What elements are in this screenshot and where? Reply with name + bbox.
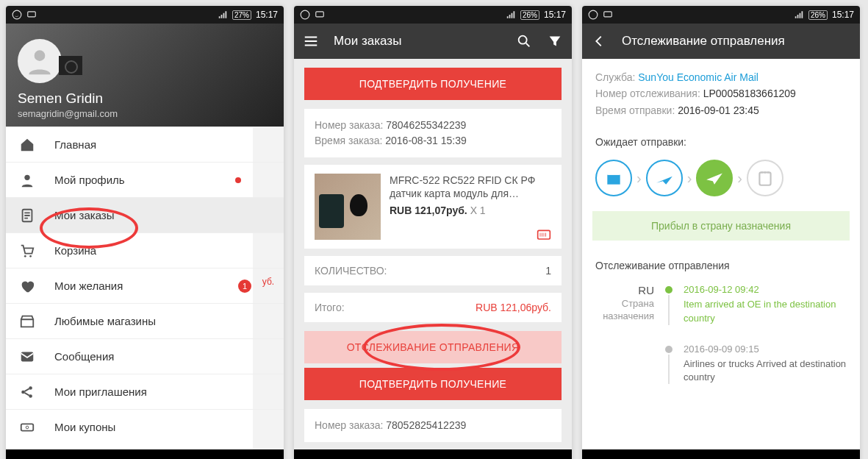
sidebar-item-label: Мои желания xyxy=(54,280,123,292)
chat-icon xyxy=(26,10,37,20)
order-time: 2016-08-31 15:39 xyxy=(385,135,467,146)
sidebar-item-store[interactable]: Любимые магазины xyxy=(6,303,284,338)
product-row[interactable]: MFRC-522 RC522 RFID СК РФ датчик карта м… xyxy=(304,165,562,249)
next-order-label: Номер заказа: xyxy=(315,419,383,431)
back-button[interactable] xyxy=(294,449,387,459)
product-qty: X 1 xyxy=(470,204,486,216)
confirm-receipt-button[interactable]: ПОДТВЕРДИТЬ ПОЛУЧЕНИЕ xyxy=(304,68,562,100)
home-button[interactable] xyxy=(675,449,767,459)
svg-point-3 xyxy=(35,50,46,61)
chat-icon xyxy=(603,10,613,20)
drawer-header: Semen Gridin semagridin@gmail.com xyxy=(6,24,284,127)
sidebar-item-heart[interactable]: Мои желания1 xyxy=(6,268,284,303)
product-thumbnail xyxy=(315,174,381,240)
signal-icon xyxy=(794,10,804,20)
timeline-line xyxy=(668,355,670,385)
camera-icon xyxy=(59,56,82,75)
recent-button[interactable] xyxy=(479,449,572,459)
android-nav-bar xyxy=(582,449,860,459)
phone-screen-2: 26% 15:17 Мои заказы ПОДТВЕРДИТЬ ПОЛУЧЕН… xyxy=(294,6,572,459)
sidebar-item-label: Любимые магазины xyxy=(54,315,156,327)
battery-level: 26% xyxy=(808,10,828,20)
user-email: semagridin@gmail.com xyxy=(18,108,272,119)
next-order-number: 78052825412239 xyxy=(386,419,466,431)
recent-button[interactable] xyxy=(767,449,860,459)
whatsapp-icon xyxy=(300,10,310,20)
signal-icon xyxy=(218,10,228,20)
cart-icon xyxy=(19,243,35,259)
back-button[interactable] xyxy=(582,449,675,459)
sidebar-item-label: Мои заказы xyxy=(54,209,115,221)
chevron-right-icon: › xyxy=(636,170,642,187)
order-meta: Номер заказа: 78046255342239 Время заказ… xyxy=(304,109,562,157)
sidebar-item-cart[interactable]: Корзина xyxy=(6,232,284,268)
status-bar: 26% 15:17 xyxy=(294,6,572,24)
svg-point-16 xyxy=(301,10,309,19)
sidebar-item-coupon[interactable]: Мои купоны xyxy=(6,409,284,444)
home-icon xyxy=(19,137,35,153)
status-banner: Прибыл в страну назначения xyxy=(592,211,850,241)
svg-point-18 xyxy=(519,36,527,44)
track-shipment-button[interactable]: ОТСЛЕЖИВАНИЕ ОТПРАВЛЕНИЯ xyxy=(304,331,562,363)
home-button[interactable] xyxy=(98,449,191,459)
total-row: Итого: RUB 121,06руб. xyxy=(304,293,562,322)
home-button[interactable] xyxy=(387,449,479,459)
tracking-event: 2016-09-09 09:15 Airlines or trucks Arri… xyxy=(595,338,847,398)
svg-rect-25 xyxy=(759,173,770,185)
sidebar-item-mail[interactable]: Сообщения xyxy=(6,338,284,374)
user-name: Semen Gridin xyxy=(18,90,272,107)
sidebar-item-label: Корзина xyxy=(54,244,96,257)
back-icon[interactable] xyxy=(591,33,607,49)
confirm-receipt-button-2[interactable]: ПОДТВЕРДИТЬ ПОЛУЧЕНИЕ xyxy=(304,368,562,400)
sidebar-item-share[interactable]: Мои приглашения xyxy=(6,374,284,409)
notification-dot xyxy=(235,177,241,183)
service-label: Служба: xyxy=(595,71,635,83)
whatsapp-icon xyxy=(12,10,22,20)
nav-drawer: ГлавнаяМой профильМои заказыКорзинаМои ж… xyxy=(6,127,284,449)
filter-icon[interactable] xyxy=(547,33,563,49)
svg-point-7 xyxy=(29,255,32,257)
sidebar-item-person[interactable]: Мой профиль xyxy=(6,162,284,197)
qty-value: 1 xyxy=(545,265,551,277)
service-name: SunYou Economic Air Mail xyxy=(638,71,758,83)
search-icon[interactable] xyxy=(516,33,532,49)
total-value: RUB 121,06руб. xyxy=(476,302,551,313)
svg-rect-24 xyxy=(607,175,620,185)
step-package-icon xyxy=(595,160,632,196)
sidebar-item-label: Мои купоны xyxy=(54,421,115,433)
page-title: Отслеживание отправления xyxy=(622,34,851,49)
event-text: Item arrived at OE in the destination co… xyxy=(684,298,847,324)
status-bar: 26% 15:17 xyxy=(582,6,860,24)
barcode-icon[interactable] xyxy=(537,228,551,241)
menu-icon[interactable] xyxy=(303,33,319,49)
country-sub: Страна назначения xyxy=(595,298,654,323)
event-date: 2016-09-09 09:15 xyxy=(684,343,847,356)
order-number: 78046255342239 xyxy=(386,119,466,131)
svg-point-0 xyxy=(12,10,21,19)
timeline-line xyxy=(668,295,670,325)
step-arrive-icon xyxy=(696,160,733,196)
tracking-event: RU Страна назначения 2016-09-12 09:42 It… xyxy=(595,279,847,338)
notification-badge: 1 xyxy=(238,280,251,293)
avatar[interactable] xyxy=(18,39,62,83)
clock: 15:17 xyxy=(544,10,566,20)
quantity-row: КОЛИЧЕСТВО: 1 xyxy=(304,256,562,285)
share-icon xyxy=(19,384,35,400)
back-button[interactable] xyxy=(6,449,98,459)
recent-button[interactable] xyxy=(191,449,284,459)
store-icon xyxy=(19,313,35,330)
app-bar: Отслеживание отправления xyxy=(582,24,860,59)
sidebar-item-orders[interactable]: Мои заказы xyxy=(6,197,284,232)
person-icon xyxy=(19,172,35,188)
tracking-body: Служба: SunYou Economic Air Mail Номер о… xyxy=(582,59,860,449)
sidebar-item-label: Мои приглашения xyxy=(54,385,147,398)
sidebar-item-label: Мой профиль xyxy=(54,174,125,186)
progress-steps: › › › xyxy=(582,155,860,207)
sidebar-item-label: Главная xyxy=(54,138,96,151)
svg-rect-17 xyxy=(316,12,324,17)
order-time-label: Время заказа: xyxy=(315,135,382,146)
sidebar-item-home[interactable]: Главная xyxy=(6,127,284,162)
heart-icon xyxy=(19,278,35,294)
total-label: Итого: xyxy=(315,302,345,313)
clock: 15:17 xyxy=(832,10,854,20)
